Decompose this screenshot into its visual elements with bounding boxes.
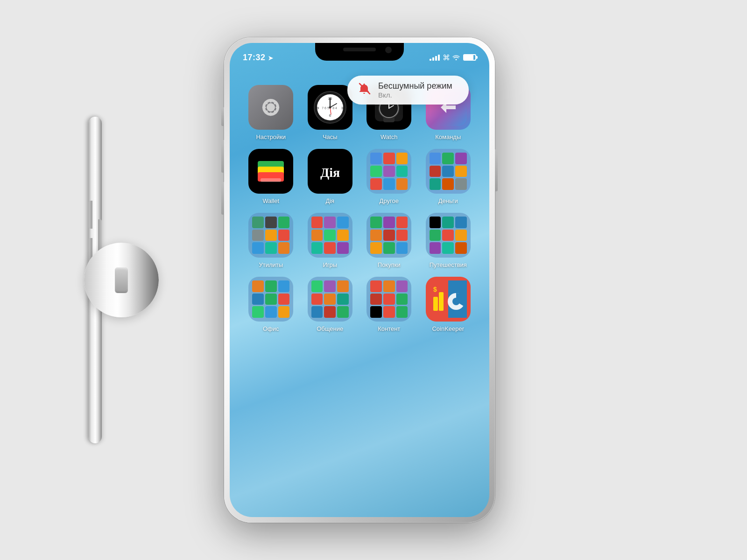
svg-text:8 4: 8 4 [332,106,337,110]
games-mini-2 [324,217,336,228]
games-mini-9 [337,242,349,254]
mini-app-5 [383,166,395,177]
games-folder-icon [308,213,352,258]
utils-mini-4 [252,230,264,241]
wifi-icon: ⌘ [443,53,460,62]
games-mini-7 [311,242,323,254]
other-label: Другое [380,197,399,204]
content-mini-1 [370,280,382,292]
office-mini-7 [252,306,264,318]
svg-text:9: 9 [317,106,319,110]
battery-fill [464,55,473,60]
shopping-mini-9 [396,242,408,254]
office-label: Офис [263,325,279,332]
office-mini-3 [278,280,290,292]
side-volume-up-button[interactable] [89,201,92,229]
utils-label: Утилиты [259,261,283,268]
money-mini-6 [455,166,467,177]
volume-up-button[interactable] [221,140,224,173]
games-mini-3 [337,217,349,228]
other-grid [366,149,411,194]
office-mini-1 [252,280,264,292]
power-button[interactable] [495,149,498,191]
app-money[interactable]: Деньги [421,149,476,204]
social-mini-2 [324,280,336,292]
utils-grid [248,213,293,258]
office-mini-4 [252,294,264,305]
volume-down-button[interactable] [221,182,224,215]
mini-app-2 [383,153,395,164]
app-other[interactable]: Другое [362,149,416,204]
utils-mini-9 [278,242,290,254]
notch [315,43,404,61]
app-office[interactable]: Офис [244,277,298,332]
utils-mini-2 [265,217,277,228]
battery-icon [463,54,476,61]
travel-mini-9 [455,242,467,254]
app-coinkeeper[interactable]: $ CoinKeeper [421,277,476,332]
app-wallet[interactable]: Wallet [244,149,298,204]
office-mini-6 [278,294,290,305]
app-content[interactable]: Контент [362,277,416,332]
app-grid: Настройки 12 6 9 3 7 6 5 [239,80,480,508]
travel-mini-8 [442,242,454,254]
money-mini-4 [430,166,441,177]
office-mini-8 [265,306,277,318]
wallet-icon [248,149,293,194]
social-mini-4 [311,294,323,305]
svg-point-36 [452,298,460,305]
money-mini-2 [442,153,454,164]
circle-zoom [84,243,159,317]
social-folder-icon [308,277,352,322]
money-mini-3 [455,153,467,164]
content-mini-4 [370,294,382,305]
travel-folder-icon [426,213,471,258]
iphone-screen: 17:32 ➤ ⌘ [230,43,489,517]
utils-mini-7 [252,242,264,254]
app-diia[interactable]: Дія Дія [303,149,358,204]
games-mini-6 [337,230,349,241]
office-folder-icon [248,277,293,322]
shopping-mini-3 [396,217,408,228]
content-mini-7 [370,306,382,318]
utils-folder-icon [248,213,293,258]
app-social[interactable]: Общение [303,277,358,332]
content-mini-5 [383,294,395,305]
mini-app-3 [396,153,408,164]
app-games[interactable]: Игры [303,213,358,268]
shopping-mini-1 [370,217,382,228]
social-mini-6 [337,294,349,305]
office-mini-5 [265,294,277,305]
social-mini-3 [337,280,349,292]
money-mini-7 [430,178,441,190]
app-utils[interactable]: Утилиты [244,213,298,268]
silent-mode-notification: Бесшумный режим Вкл. [347,76,469,105]
utils-mini-1 [252,217,264,228]
travel-label: Путешествия [430,261,467,268]
office-mini-9 [278,306,290,318]
coinkeeper-label: CoinKeeper [432,325,464,332]
games-mini-1 [311,217,323,228]
app-settings[interactable]: Настройки [244,85,298,140]
shopping-mini-7 [370,242,382,254]
app-shopping[interactable]: Покупки [362,213,416,268]
status-icons: ⌘ [430,53,476,62]
games-grid [308,213,352,258]
shopping-mini-5 [383,230,395,241]
money-mini-8 [442,178,454,190]
money-folder-icon [426,149,471,194]
social-label: Общение [317,325,343,332]
mute-switch[interactable] [221,107,224,126]
shopping-mini-8 [383,242,395,254]
money-mini-5 [442,166,454,177]
games-mini-8 [324,242,336,254]
app-travel[interactable]: Путешествия [421,213,476,268]
social-mini-7 [311,306,323,318]
svg-text:3: 3 [341,106,344,110]
svg-text:Дія: Дія [320,165,340,180]
settings-label: Настройки [256,133,286,140]
utils-mini-6 [278,230,290,241]
bar3 [435,56,437,61]
office-mini-2 [265,280,277,292]
svg-point-14 [329,106,331,109]
